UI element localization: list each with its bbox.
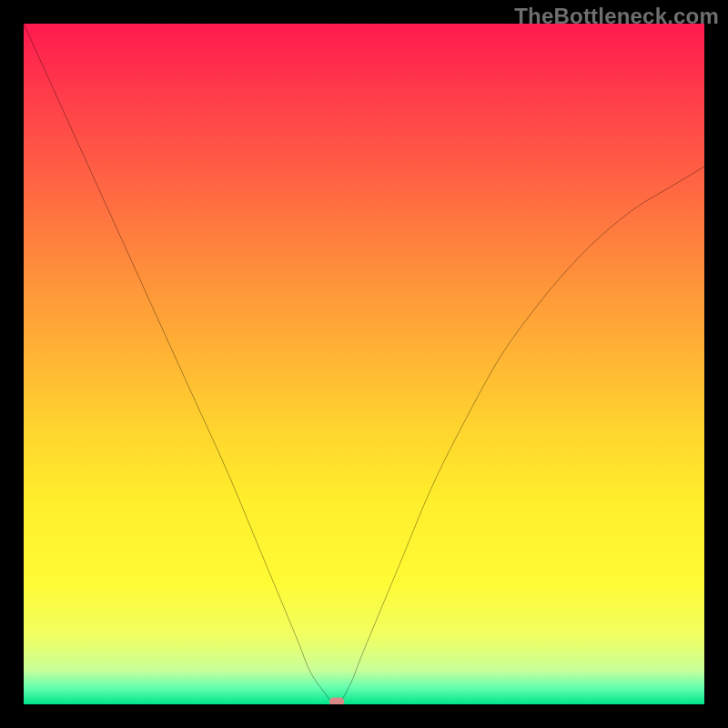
chart-plot-area xyxy=(24,24,704,704)
chart-svg xyxy=(24,24,704,704)
chart-frame: TheBottleneck.com xyxy=(0,0,728,728)
optimal-marker xyxy=(329,698,344,704)
bottleneck-curve xyxy=(24,24,704,704)
